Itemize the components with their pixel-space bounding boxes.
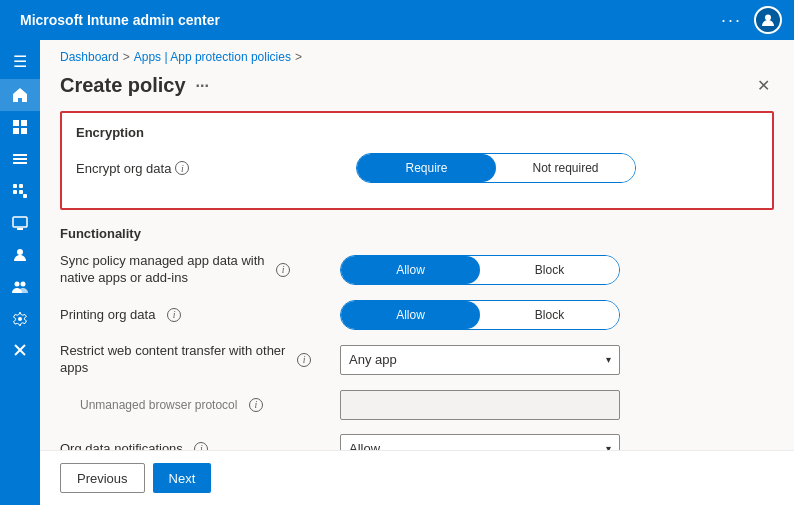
svg-point-16 — [15, 282, 20, 287]
sync-policy-row: Sync policy managed app data withnative … — [60, 253, 774, 287]
svg-rect-8 — [13, 184, 17, 188]
svg-rect-11 — [19, 190, 23, 194]
sync-toggle-group[interactable]: Allow Block — [340, 255, 620, 285]
sidebar-item-close[interactable] — [0, 335, 40, 365]
breadcrumb-apps[interactable]: Apps | App protection policies — [134, 50, 291, 64]
svg-rect-6 — [13, 158, 27, 160]
breadcrumb-sep1: > — [123, 50, 130, 64]
sync-policy-label: Sync policy managed app data withnative … — [60, 253, 340, 287]
svg-rect-9 — [19, 184, 23, 188]
next-button[interactable]: Next — [153, 463, 212, 493]
layout: ☰ Dashboard > — [0, 40, 794, 505]
org-notifications-label: Org data notifications i — [60, 441, 340, 450]
svg-rect-14 — [17, 228, 23, 230]
main-content: Dashboard > Apps | App protection polici… — [40, 40, 794, 505]
encrypt-not-required-btn[interactable]: Not required — [496, 154, 635, 182]
functionality-header: Functionality — [60, 226, 774, 241]
svg-rect-1 — [13, 120, 19, 126]
sidebar-item-home[interactable] — [0, 79, 40, 111]
footer: Previous Next — [40, 450, 794, 505]
svg-rect-7 — [13, 162, 27, 164]
printing-block-btn[interactable]: Block — [480, 301, 619, 329]
printing-allow-btn[interactable]: Allow — [341, 301, 480, 329]
topbar: Microsoft Intune admin center ··· — [0, 0, 794, 40]
printing-toggle-group[interactable]: Allow Block — [340, 300, 620, 330]
svg-rect-13 — [13, 217, 27, 227]
org-notifications-chevron-icon: ▾ — [606, 443, 611, 450]
svg-point-18 — [18, 317, 22, 321]
svg-rect-2 — [21, 120, 27, 126]
restrict-web-value: Any app — [349, 352, 397, 367]
sidebar-item-devices[interactable] — [0, 207, 40, 239]
restrict-web-label: Restrict web content transfer with other… — [60, 343, 340, 377]
unmanaged-browser-label: Unmanaged browser protocol i — [60, 398, 340, 412]
svg-rect-4 — [21, 128, 27, 134]
sidebar-item-users[interactable] — [0, 239, 40, 271]
sidebar-toggle[interactable]: ☰ — [0, 44, 40, 79]
sidebar-item-list[interactable] — [0, 143, 40, 175]
sync-block-btn[interactable]: Block — [480, 256, 619, 284]
content-scroll: Encryption Encrypt org data i Require No… — [40, 111, 794, 450]
page-title: Create policy ··· — [60, 74, 209, 97]
content-area: Encryption Encrypt org data i Require No… — [40, 111, 794, 505]
sidebar: ☰ — [0, 40, 40, 505]
svg-rect-5 — [13, 154, 27, 156]
svg-rect-3 — [13, 128, 19, 134]
printing-row: Printing org data i Allow Block — [60, 299, 774, 331]
sidebar-item-groups[interactable] — [0, 271, 40, 303]
svg-point-0 — [765, 15, 771, 21]
org-notifications-value: Allow — [349, 441, 380, 450]
avatar[interactable] — [754, 6, 782, 34]
restrict-web-dropdown[interactable]: Any app ▾ — [340, 345, 620, 375]
breadcrumb-sep2: > — [295, 50, 302, 64]
printing-info-icon[interactable]: i — [167, 308, 181, 322]
functionality-section: Functionality Sync policy managed app da… — [60, 226, 774, 450]
page-options-icon[interactable]: ··· — [196, 77, 209, 95]
sidebar-item-dashboard[interactable] — [0, 111, 40, 143]
restrict-web-info-icon[interactable]: i — [297, 353, 311, 367]
restrict-web-row: Restrict web content transfer with other… — [60, 343, 774, 377]
unmanaged-browser-input[interactable] — [340, 390, 620, 420]
encrypt-toggle-group[interactable]: Require Not required — [356, 153, 636, 183]
topbar-title: Microsoft Intune admin center — [20, 12, 721, 28]
previous-button[interactable]: Previous — [60, 463, 145, 493]
unmanaged-browser-row: Unmanaged browser protocol i — [60, 389, 774, 421]
page-title-text: Create policy — [60, 74, 186, 97]
page-title-bar: Create policy ··· ✕ — [40, 68, 794, 111]
close-button[interactable]: ✕ — [753, 72, 774, 99]
sync-allow-btn[interactable]: Allow — [341, 256, 480, 284]
breadcrumb: Dashboard > Apps | App protection polici… — [40, 40, 794, 68]
org-notifications-info-icon[interactable]: i — [194, 442, 208, 450]
sidebar-item-settings[interactable] — [0, 303, 40, 335]
encrypt-org-data-row: Encrypt org data i Require Not required — [76, 152, 758, 184]
topbar-dots-icon[interactable]: ··· — [721, 10, 742, 31]
svg-point-17 — [21, 282, 26, 287]
svg-point-15 — [17, 249, 23, 255]
encrypt-info-icon[interactable]: i — [175, 161, 189, 175]
svg-rect-12 — [23, 194, 27, 198]
encryption-header: Encryption — [76, 125, 758, 140]
unmanaged-info-icon[interactable]: i — [249, 398, 263, 412]
encrypt-require-btn[interactable]: Require — [357, 154, 496, 182]
org-notifications-row: Org data notifications i Allow ▾ — [60, 433, 774, 450]
svg-rect-10 — [13, 190, 17, 194]
breadcrumb-dashboard[interactable]: Dashboard — [60, 50, 119, 64]
encryption-section: Encryption Encrypt org data i Require No… — [60, 111, 774, 210]
sidebar-item-apps[interactable] — [0, 175, 40, 207]
sync-info-icon[interactable]: i — [276, 263, 290, 277]
org-notifications-dropdown[interactable]: Allow ▾ — [340, 434, 620, 450]
printing-label: Printing org data i — [60, 307, 340, 322]
encrypt-org-data-label: Encrypt org data i — [76, 161, 356, 176]
restrict-web-chevron-icon: ▾ — [606, 354, 611, 365]
